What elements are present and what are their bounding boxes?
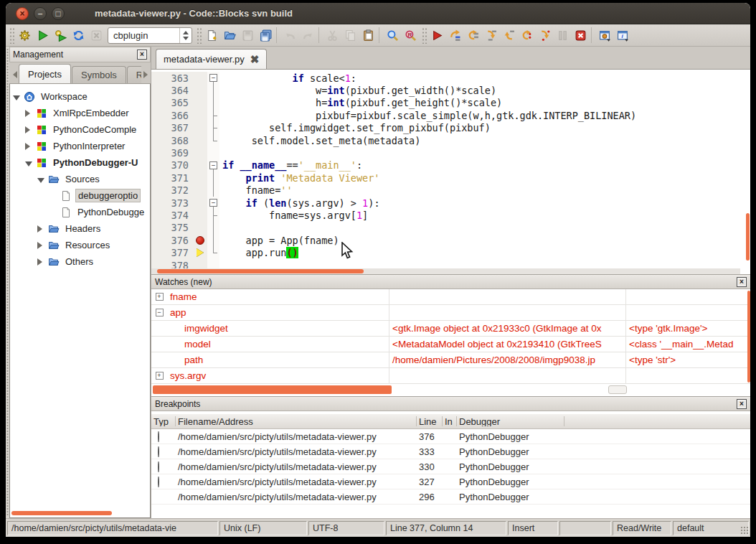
column-header-filename-address[interactable]: Filename/Address <box>176 416 417 426</box>
line-number[interactable]: 371 <box>151 172 193 184</box>
tab-projects[interactable]: Projects <box>19 64 71 83</box>
tree-item-sources[interactable]: Sources <box>10 171 150 187</box>
editor-vertical-scrollbar[interactable] <box>746 213 750 261</box>
line-number[interactable]: 370 <box>151 159 193 172</box>
watch-row-app[interactable]: −app <box>151 305 750 321</box>
various-info-button[interactable]: i <box>614 27 632 44</box>
breakpoint-row-line-330[interactable]: /home/damien/src/picty/utils/metadata-vi… <box>151 459 750 474</box>
undo-button[interactable] <box>281 27 299 44</box>
column-header-typ[interactable]: Typ <box>151 416 176 426</box>
collapse-toggle-icon[interactable] <box>37 178 44 183</box>
maximize-button[interactable]: □ <box>52 7 65 20</box>
line-number[interactable]: 368 <box>151 134 193 146</box>
marker-margin[interactable] <box>193 97 207 109</box>
close-button[interactable]: × <box>16 7 29 20</box>
code-line[interactable]: 377 app.run() <box>151 246 750 258</box>
editor-tab[interactable]: metadata-viewer.py ✖ <box>156 49 267 69</box>
management-close-icon[interactable]: × <box>137 50 147 60</box>
build-and-run-button[interactable] <box>52 27 70 44</box>
build-button[interactable] <box>16 27 34 44</box>
line-number[interactable]: 366 <box>151 109 193 121</box>
code-line[interactable]: 372 fname='' <box>151 184 750 197</box>
expand-toggle-icon[interactable] <box>37 225 44 233</box>
watch-row-path[interactable]: path/home/damien/Pictures/2008/2008/imgp… <box>151 352 750 368</box>
collapse-icon[interactable]: − <box>156 309 164 316</box>
step-into-button[interactable] <box>482 27 500 44</box>
titlebar[interactable]: × – □ metadata-viewer.py - Code::Blocks … <box>6 3 750 24</box>
fold-collapse-icon[interactable]: − <box>209 161 217 169</box>
expand-toggle-icon[interactable] <box>25 126 32 133</box>
marker-margin[interactable] <box>193 84 207 96</box>
watch-row-imgwidget[interactable]: imgwidget<gtk.Image object at 0x21933c0 … <box>151 321 750 337</box>
watches-close-icon[interactable]: × <box>737 277 747 287</box>
tree-horizontal-scrollbar[interactable] <box>11 511 112 515</box>
code-editor[interactable]: 363− if scale<1:364 w=int(pixbuf.get_wid… <box>151 70 750 274</box>
line-number[interactable]: 373 <box>151 197 193 209</box>
expand-toggle-icon[interactable] <box>25 110 32 117</box>
open-button[interactable] <box>221 27 239 44</box>
expand-icon[interactable]: + <box>156 293 164 301</box>
fold-margin[interactable] <box>207 172 219 184</box>
fold-margin[interactable] <box>207 134 219 146</box>
find-button[interactable] <box>384 27 402 44</box>
code-line[interactable]: 371 print 'Metadata Viewer' <box>151 172 750 184</box>
watch-row-model[interactable]: model<MetadataModel object at 0x2193410 … <box>151 337 750 352</box>
fold-collapse-icon[interactable]: − <box>209 74 217 82</box>
tab-symbols[interactable]: Symbols <box>72 66 126 83</box>
cut-button[interactable] <box>323 27 341 44</box>
breakpoint-icon[interactable] <box>196 236 204 245</box>
fold-margin[interactable]: − <box>207 72 219 84</box>
marker-margin[interactable] <box>193 146 207 159</box>
fold-margin[interactable] <box>207 184 219 197</box>
expand-icon[interactable]: + <box>156 372 164 380</box>
fold-margin[interactable] <box>207 109 219 121</box>
save-button[interactable] <box>239 27 257 44</box>
breakpoints-close-icon[interactable]: × <box>737 399 747 409</box>
breakpoint-row-line-333[interactable]: /home/damien/src/picty/utils/metadata-vi… <box>151 444 750 459</box>
marker-margin[interactable] <box>193 184 207 197</box>
step-out-button[interactable] <box>500 27 518 44</box>
breakpoint-row-line-296[interactable]: /home/damien/src/picty/utils/metadata-vi… <box>151 489 750 505</box>
code-line[interactable]: 363− if scale<1: <box>151 72 750 84</box>
tab-re[interactable]: Re <box>127 66 141 83</box>
tab-close-icon[interactable]: ✖ <box>250 54 260 65</box>
collapse-toggle-icon[interactable] <box>13 95 20 100</box>
tabs-scroll-right[interactable] <box>141 67 149 82</box>
expand-toggle-icon[interactable] <box>37 258 44 266</box>
debug-continue-button[interactable] <box>428 27 446 44</box>
code-line[interactable]: 375 <box>151 222 750 234</box>
code-line[interactable]: 370−if __name__=='__main__': <box>151 159 750 172</box>
next-instruction-button[interactable] <box>518 27 536 44</box>
marker-margin[interactable] <box>193 197 207 209</box>
column-header-in[interactable]: In <box>443 416 457 426</box>
column-header-blank[interactable] <box>564 416 750 426</box>
line-number[interactable]: 376 <box>151 234 193 246</box>
watches-scroll-thumb[interactable] <box>608 385 627 394</box>
code-line[interactable]: 366 pixbuf=pixbuf.scale_simple(w,h,gtk.g… <box>151 109 750 121</box>
code-line[interactable]: 374 fname=sys.argv[1] <box>151 209 750 221</box>
marker-margin[interactable] <box>193 122 207 134</box>
resize-grip[interactable] <box>740 526 749 535</box>
watches-vertical-scrollbar[interactable] <box>747 291 750 383</box>
tree-item-xmlrpcembedder[interactable]: XmlRpcEmbedder <box>10 105 150 121</box>
marker-margin[interactable] <box>193 222 207 234</box>
code-line[interactable]: 367 self.imgwidget.set_from_pixbuf(pixbu… <box>151 122 750 134</box>
editor-horizontal-scrollbar[interactable] <box>151 268 740 274</box>
run-to-cursor-button[interactable] <box>446 27 464 44</box>
line-number[interactable]: 367 <box>151 122 193 134</box>
next-line-button[interactable] <box>464 27 482 44</box>
watches-horizontal-scrollbar[interactable] <box>153 385 392 394</box>
project-tree[interactable]: WorkspaceXmlRpcEmbedderPythonCodeCompleP… <box>9 84 151 518</box>
line-number[interactable]: 377 <box>151 246 193 258</box>
expand-toggle-icon[interactable] <box>37 242 44 249</box>
code-line[interactable]: 364 w=int(pixbuf.get_width()*scale) <box>151 84 750 96</box>
column-header-line[interactable]: Line <box>417 416 443 426</box>
step-into-instruction-button[interactable] <box>536 27 554 44</box>
tree-item-pythoninterpreter[interactable]: PythonInterpreter <box>10 138 150 154</box>
line-number[interactable]: 374 <box>151 209 193 221</box>
combo-spinner[interactable] <box>179 28 192 43</box>
marker-margin[interactable] <box>193 172 207 184</box>
marker-margin[interactable] <box>193 159 207 172</box>
line-number[interactable]: 364 <box>151 84 193 96</box>
watch-row-sys-argv[interactable]: +sys.argv <box>151 368 750 384</box>
